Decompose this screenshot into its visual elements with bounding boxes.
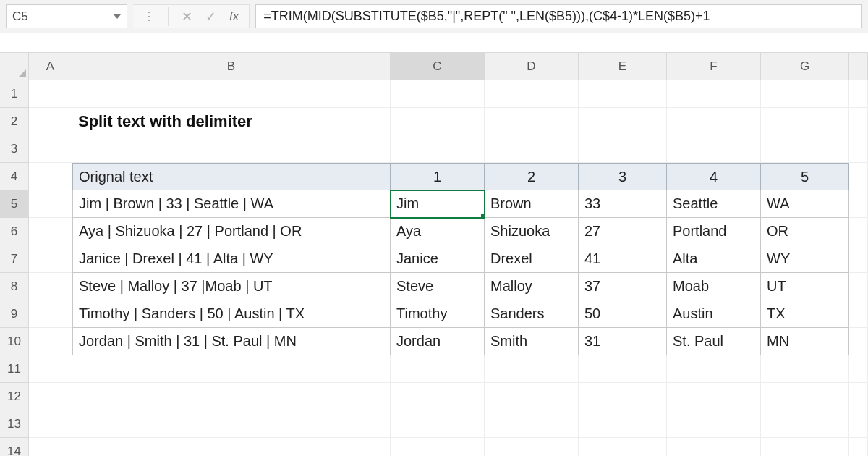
row-header[interactable]: 3	[0, 135, 29, 163]
row-header[interactable]: 12	[0, 383, 29, 410]
cell[interactable]	[72, 355, 391, 383]
cell[interactable]	[667, 355, 761, 383]
cell[interactable]	[29, 80, 72, 108]
table-cell[interactable]: WA	[761, 190, 849, 218]
row-header[interactable]: 14	[0, 438, 29, 456]
cell[interactable]	[579, 438, 667, 456]
row-header[interactable]: 11	[0, 355, 29, 383]
spreadsheet-grid[interactable]: A B C D E F G 1 2 Split text with delimi…	[0, 52, 868, 456]
col-header-overflow[interactable]	[849, 53, 868, 80]
cell[interactable]	[29, 328, 72, 355]
cell[interactable]	[72, 135, 391, 163]
row-header[interactable]: 9	[0, 300, 29, 328]
cell[interactable]	[761, 383, 849, 410]
cell[interactable]	[761, 135, 849, 163]
cell[interactable]	[72, 438, 391, 456]
cell[interactable]	[761, 438, 849, 456]
cell[interactable]	[579, 355, 667, 383]
table-cell[interactable]: Jordan	[391, 328, 485, 355]
cell[interactable]	[849, 273, 868, 300]
cell[interactable]	[29, 383, 72, 410]
table-cell[interactable]: Janice	[391, 245, 485, 273]
cell[interactable]	[391, 438, 485, 456]
cell[interactable]	[849, 328, 868, 355]
table-cell[interactable]: Timothy | Sanders | 50 | Austin | TX	[72, 300, 391, 328]
chevron-down-icon[interactable]	[114, 14, 121, 19]
cell[interactable]	[761, 355, 849, 383]
cell[interactable]	[761, 80, 849, 108]
table-header[interactable]: Orignal text	[72, 163, 391, 190]
cell[interactable]	[667, 438, 761, 456]
cell[interactable]	[849, 163, 868, 190]
row-header[interactable]: 6	[0, 218, 29, 245]
table-cell[interactable]: Malloy	[485, 273, 579, 300]
cell[interactable]	[29, 163, 72, 190]
enter-check-icon[interactable]: ✓	[205, 9, 216, 25]
col-header-C[interactable]: C	[391, 53, 485, 80]
cell[interactable]	[849, 218, 868, 245]
table-cell[interactable]: WY	[761, 245, 849, 273]
cell[interactable]	[761, 410, 849, 438]
table-cell[interactable]: Portland	[667, 218, 761, 245]
cell[interactable]	[391, 135, 485, 163]
table-cell[interactable]: Aya | Shizuoka | 27 | Portland | OR	[72, 218, 391, 245]
table-cell[interactable]: Jordan | Smith | 31 | St. Paul | MN	[72, 328, 391, 355]
row-header[interactable]: 4	[0, 163, 29, 190]
cell[interactable]	[667, 410, 761, 438]
cell[interactable]	[29, 135, 72, 163]
table-cell[interactable]: 50	[579, 300, 667, 328]
drag-handle-icon[interactable]: ⋮	[143, 11, 155, 22]
cell[interactable]	[29, 438, 72, 456]
table-header[interactable]: 1	[391, 163, 485, 190]
table-cell[interactable]: Timothy	[391, 300, 485, 328]
cell[interactable]	[29, 355, 72, 383]
select-all-corner[interactable]	[0, 53, 29, 80]
cell[interactable]	[29, 190, 72, 218]
cell[interactable]	[849, 383, 868, 410]
cell[interactable]	[761, 108, 849, 135]
cell[interactable]	[485, 438, 579, 456]
table-header[interactable]: 2	[485, 163, 579, 190]
table-cell[interactable]: Drexel	[485, 245, 579, 273]
cell[interactable]	[849, 300, 868, 328]
table-cell[interactable]: Aya	[391, 218, 485, 245]
table-cell[interactable]: Steve | Malloy | 37 |Moab | UT	[72, 273, 391, 300]
table-cell[interactable]: 31	[579, 328, 667, 355]
cell[interactable]	[485, 108, 579, 135]
cell[interactable]	[579, 108, 667, 135]
table-cell[interactable]: Sanders	[485, 300, 579, 328]
cell[interactable]	[29, 273, 72, 300]
cell[interactable]	[391, 383, 485, 410]
table-cell[interactable]: Brown	[485, 190, 579, 218]
table-cell[interactable]: Alta	[667, 245, 761, 273]
table-cell[interactable]: Austin	[667, 300, 761, 328]
table-cell[interactable]: St. Paul	[667, 328, 761, 355]
fx-icon[interactable]: fx	[229, 9, 239, 24]
cell[interactable]	[849, 80, 868, 108]
cell[interactable]	[29, 300, 72, 328]
table-cell[interactable]: Seattle	[667, 190, 761, 218]
cell[interactable]	[485, 135, 579, 163]
table-cell[interactable]: UT	[761, 273, 849, 300]
table-cell[interactable]: 41	[579, 245, 667, 273]
table-cell[interactable]: Moab	[667, 273, 761, 300]
cell[interactable]	[391, 410, 485, 438]
row-header[interactable]: 7	[0, 245, 29, 273]
cell[interactable]	[579, 383, 667, 410]
cell[interactable]	[391, 108, 485, 135]
cell[interactable]	[29, 218, 72, 245]
cell[interactable]	[579, 135, 667, 163]
table-cell[interactable]: OR	[761, 218, 849, 245]
table-header[interactable]: 3	[579, 163, 667, 190]
col-header-A[interactable]: A	[29, 53, 72, 80]
col-header-F[interactable]: F	[667, 53, 761, 80]
table-cell[interactable]: Jim | Brown | 33 | Seattle | WA	[72, 190, 391, 218]
formula-input[interactable]: =TRIM(MID(SUBSTITUTE($B5,"|",REPT(" ",LE…	[255, 4, 862, 28]
row-header[interactable]: 5	[0, 190, 29, 218]
cell[interactable]	[485, 410, 579, 438]
col-header-D[interactable]: D	[485, 53, 579, 80]
cell[interactable]	[72, 80, 391, 108]
cell[interactable]	[579, 410, 667, 438]
table-cell[interactable]: Steve	[391, 273, 485, 300]
cell[interactable]	[849, 245, 868, 273]
